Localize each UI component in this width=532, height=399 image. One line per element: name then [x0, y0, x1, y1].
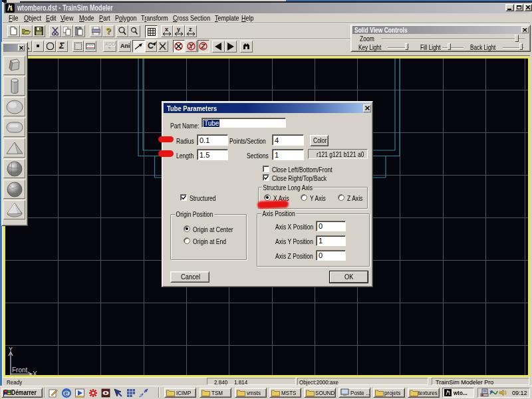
svg-text:X: X [33, 370, 37, 375]
svg-text:e: e [65, 389, 68, 397]
svg-text:Y: Y [9, 346, 13, 352]
svg-text:Front: Front [12, 366, 28, 374]
